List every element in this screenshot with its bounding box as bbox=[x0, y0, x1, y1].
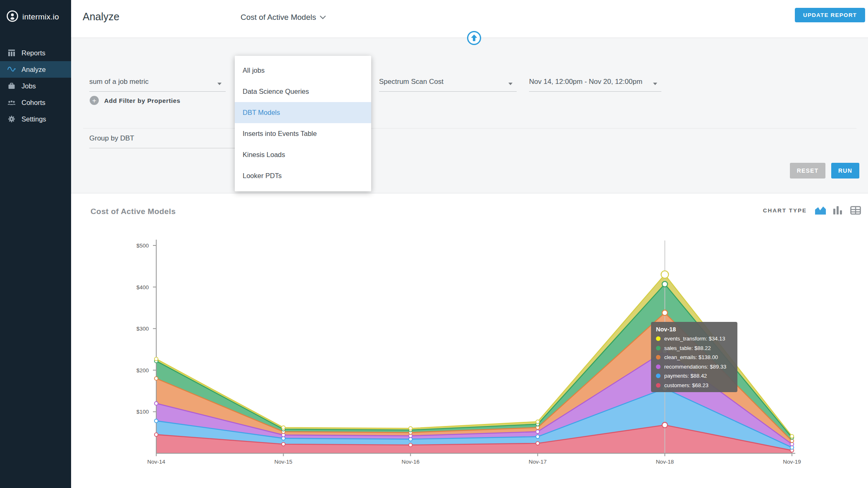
bar-chart-icon bbox=[7, 49, 16, 57]
add-filter-button[interactable]: + Add Filter by Properties bbox=[90, 96, 180, 105]
svg-text:$200: $200 bbox=[136, 367, 149, 374]
logo-text: intermix.io bbox=[22, 12, 59, 21]
svg-text:Nov-19: Nov-19 bbox=[783, 459, 801, 465]
chart-type-label: CHART TYPE bbox=[763, 207, 807, 214]
intermix-logo-icon bbox=[6, 10, 19, 24]
tooltip-row-text: payments: $88.42 bbox=[664, 373, 707, 379]
sidebar-item-settings[interactable]: Settings bbox=[0, 111, 71, 127]
menu-item-inserts-into-events-table[interactable]: Inserts into Events Table bbox=[235, 123, 371, 144]
svg-text:Nov-14: Nov-14 bbox=[147, 459, 165, 465]
tooltip-row: payments: $88.42 bbox=[656, 373, 732, 379]
job-metric-value: sum of a job metric bbox=[89, 78, 149, 86]
menu-item-kinesis-loads[interactable]: Kinesis Loads bbox=[235, 144, 371, 165]
tooltip-row: customers: $68.23 bbox=[656, 382, 732, 388]
caret-down-icon bbox=[508, 83, 513, 85]
series-dot-clean-emails bbox=[656, 355, 661, 359]
tooltip-row-text: clean_emails: $138.00 bbox=[664, 354, 718, 360]
sidebar-item-jobs[interactable]: Jobs bbox=[0, 78, 71, 94]
sidebar-item-cohorts[interactable]: Cohorts bbox=[0, 94, 71, 111]
table-icon[interactable] bbox=[850, 205, 862, 215]
menu-item-dbt-models[interactable]: DBT Models bbox=[235, 102, 371, 123]
svg-text:Nov-15: Nov-15 bbox=[274, 459, 293, 465]
caret-down-icon bbox=[217, 83, 222, 85]
tooltip-row: recommendations: $89.33 bbox=[656, 364, 732, 370]
tooltip-row-text: events_transform: $34.13 bbox=[664, 336, 725, 342]
scan-cost-select[interactable]: Spectrum Scan Cost bbox=[379, 78, 517, 92]
tooltip-row: events_transform: $34.13 bbox=[656, 336, 732, 342]
svg-text:Nov-18: Nov-18 bbox=[656, 459, 674, 465]
chart-tooltip: Nov-18 events_transform: $34.13 sales_ta… bbox=[651, 322, 737, 392]
svg-text:Nov-17: Nov-17 bbox=[529, 459, 547, 465]
tooltip-row-text: sales_table: $88.22 bbox=[664, 345, 711, 351]
menu-item-all-jobs[interactable]: All jobs bbox=[235, 60, 371, 81]
bar-chart-type-icon[interactable] bbox=[832, 205, 844, 215]
tooltip-row-text: customers: $68.23 bbox=[664, 382, 708, 388]
menu-item-looker-pdts[interactable]: Looker PDTs bbox=[235, 165, 371, 186]
job-filter-menu: All jobs Data Science Queries DBT Models… bbox=[235, 56, 371, 191]
filter-divider bbox=[83, 128, 856, 129]
group-by-select[interactable]: Group by DBT bbox=[89, 134, 235, 148]
report-selector-dropdown[interactable]: Cost of Active Models bbox=[241, 13, 326, 22]
sidebar: intermix.io Reports Analyze bbox=[0, 0, 71, 488]
wave-icon bbox=[7, 65, 16, 74]
logo: intermix.io bbox=[0, 0, 71, 24]
run-controls: RESET RUN bbox=[790, 163, 859, 179]
chart-title: Cost of Active Models bbox=[91, 207, 176, 216]
chevron-down-icon bbox=[320, 14, 326, 21]
group-by-value: Group by DBT bbox=[89, 134, 134, 142]
series-dot-events-transform bbox=[656, 336, 661, 341]
sidebar-item-label: Cohorts bbox=[21, 99, 45, 107]
sidebar-item-label: Analyze bbox=[21, 66, 46, 74]
svg-text:$100: $100 bbox=[136, 409, 149, 415]
sidebar-nav: Reports Analyze Jobs bbox=[0, 45, 71, 127]
series-dot-payments bbox=[656, 374, 661, 378]
date-range-select[interactable]: Nov 14, 12:00pm - Nov 20, 12:00pm bbox=[529, 78, 661, 92]
reset-button[interactable]: RESET bbox=[790, 163, 825, 179]
scan-cost-value: Spectrum Scan Cost bbox=[379, 78, 444, 86]
date-range-value: Nov 14, 12:00pm - Nov 20, 12:00pm bbox=[529, 78, 642, 86]
collapse-panel-icon[interactable] bbox=[467, 31, 482, 45]
gear-icon bbox=[7, 115, 16, 123]
filter-panel: sum of a job metric Spectrum Scan Cost N… bbox=[71, 38, 868, 193]
sidebar-item-analyze[interactable]: Analyze bbox=[0, 61, 71, 78]
job-metric-select[interactable]: sum of a job metric bbox=[89, 78, 226, 92]
update-report-button[interactable]: UPDATE REPORT bbox=[795, 8, 865, 22]
plus-icon: + bbox=[90, 96, 99, 105]
tooltip-row: sales_table: $88.22 bbox=[656, 345, 732, 351]
svg-text:$300: $300 bbox=[136, 326, 149, 332]
caret-down-icon bbox=[653, 83, 657, 85]
page-title: Analyze bbox=[83, 11, 119, 23]
tooltip-row-text: recommendations: $89.33 bbox=[664, 364, 726, 370]
series-dot-recommendations bbox=[656, 364, 661, 369]
chart-type-switcher: CHART TYPE bbox=[763, 205, 862, 215]
report-selector-label: Cost of Active Models bbox=[241, 13, 316, 22]
run-button[interactable]: RUN bbox=[831, 163, 859, 179]
tooltip-row: clean_emails: $138.00 bbox=[656, 354, 732, 360]
sidebar-item-label: Settings bbox=[21, 115, 46, 123]
area-chart-icon[interactable] bbox=[815, 205, 826, 215]
menu-item-data-science-queries[interactable]: Data Science Queries bbox=[235, 81, 371, 102]
svg-text:$500: $500 bbox=[136, 243, 149, 249]
svg-text:$400: $400 bbox=[136, 284, 149, 290]
svg-text:Nov-16: Nov-16 bbox=[401, 459, 420, 465]
series-dot-customers bbox=[656, 383, 661, 388]
tooltip-date: Nov-18 bbox=[656, 326, 732, 333]
add-filter-label: Add Filter by Properties bbox=[104, 97, 180, 104]
briefcase-icon bbox=[7, 82, 16, 90]
sidebar-item-label: Reports bbox=[21, 49, 45, 57]
sidebar-item-label: Jobs bbox=[21, 82, 36, 90]
series-dot-sales-table bbox=[656, 346, 661, 350]
sidebar-item-reports[interactable]: Reports bbox=[0, 45, 71, 61]
people-icon bbox=[7, 98, 16, 107]
